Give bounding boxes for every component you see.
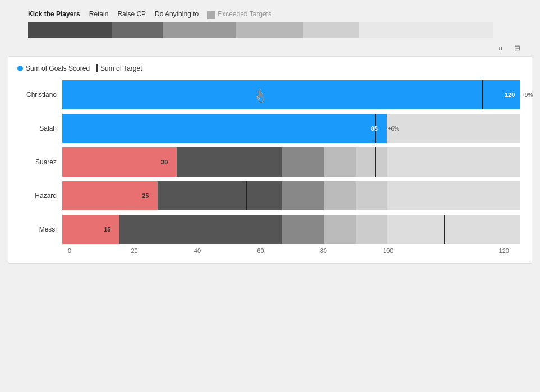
bar-row-salah: Salah85+6%: [17, 114, 520, 143]
filter-anything[interactable]: Do Anything to: [155, 10, 207, 20]
swatch-1[interactable]: [28, 22, 112, 38]
bar-fill-salah: [62, 114, 387, 143]
legend-line-target: [96, 64, 98, 72]
value-label-christiano: 120: [505, 91, 515, 98]
bar-bg-messi: [62, 215, 520, 244]
bar-container-salah: 85+6%: [62, 114, 520, 143]
filter-bar: Kick the Players Retain Raise CP Do Anyt…: [6, 6, 534, 22]
value-label-messi: 15: [104, 226, 110, 233]
x-tick-120: 120: [446, 247, 509, 254]
legend-target-label: Sum of Target: [100, 64, 142, 72]
bar-row-christiano: Christiano120+9%: [17, 80, 520, 109]
icon-square[interactable]: ⊟: [511, 41, 523, 54]
bar-container-messi: 15: [62, 215, 520, 244]
pct-label-christiano: +9%: [521, 92, 533, 98]
chart-legend: Sum of Goals Scored Sum of Target: [17, 64, 520, 72]
legend-goals: Sum of Goals Scored: [17, 64, 90, 72]
bar-row-hazard: Hazard25: [17, 181, 520, 210]
bar-row-messi: Messi15: [17, 215, 520, 244]
legend-dot-goals: [17, 66, 23, 71]
swatch-3[interactable]: [163, 22, 236, 38]
target-line-messi: [444, 215, 445, 244]
value-label-hazard: 25: [142, 192, 149, 199]
filter-raise[interactable]: Raise CP: [117, 10, 155, 20]
bar-label-christiano: Christiano: [17, 91, 62, 99]
value-label-salah: 85: [371, 125, 378, 132]
chart-area: Christiano120+9%Salah85+6%Suarez30Hazard…: [17, 80, 520, 245]
x-axis: 020406080100120: [68, 247, 520, 254]
filter-icon-square: [207, 11, 215, 19]
target-line-suarez: [375, 147, 376, 177]
swatch-2[interactable]: [112, 22, 163, 38]
filter-swatches: [28, 22, 534, 38]
legend-target: Sum of Target: [96, 64, 142, 72]
bar-fill-messi: [62, 215, 119, 244]
chart-card: Sum of Goals Scored Sum of Target Christ…: [8, 56, 532, 264]
pct-label-salah: +6%: [388, 126, 399, 132]
bar-fill-suarez: [62, 147, 177, 177]
bar-container-suarez: 30: [62, 147, 520, 177]
filter-exceeded[interactable]: Exceeded Targets: [218, 10, 280, 20]
filter-kick[interactable]: Kick the Players: [28, 10, 89, 20]
x-tick-0: 0: [68, 247, 131, 254]
cursor-pointer: [255, 89, 267, 108]
x-tick-60: 60: [257, 247, 320, 254]
x-tick-40: 40: [194, 247, 257, 254]
bar-label-salah: Salah: [17, 124, 62, 132]
swatch-4[interactable]: [236, 22, 303, 38]
x-tick-20: 20: [131, 247, 193, 254]
bar-fill-christiano: [62, 80, 520, 109]
filter-retain[interactable]: Retain: [89, 10, 118, 20]
bar-container-christiano: 120+9%: [62, 80, 520, 109]
x-tick-100: 100: [383, 247, 446, 254]
icon-u[interactable]: u: [494, 41, 506, 54]
bar-container-hazard: 25: [62, 181, 520, 210]
value-label-suarez: 30: [161, 159, 168, 165]
bar-row-suarez: Suarez30: [17, 147, 520, 177]
swatch-6[interactable]: [359, 22, 493, 38]
target-line-hazard: [246, 181, 247, 210]
bar-label-messi: Messi: [17, 225, 62, 233]
icons-row: u ⊟: [6, 38, 534, 56]
target-line-christiano: [482, 80, 483, 109]
swatch-5[interactable]: [303, 22, 359, 38]
bar-label-hazard: Hazard: [17, 192, 62, 200]
x-tick-80: 80: [320, 247, 383, 254]
bar-label-suarez: Suarez: [17, 158, 62, 166]
legend-goals-label: Sum of Goals Scored: [26, 64, 90, 72]
